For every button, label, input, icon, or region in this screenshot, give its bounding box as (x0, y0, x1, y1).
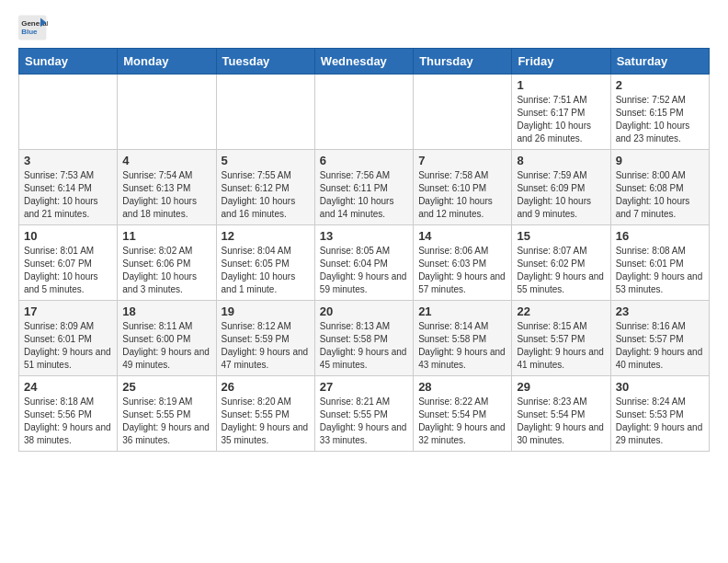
calendar-table: SundayMondayTuesdayWednesdayThursdayFrid… (18, 48, 710, 452)
calendar-cell: 1Sunrise: 7:51 AM Sunset: 6:17 PM Daylig… (512, 75, 610, 150)
calendar-week-row: 24Sunrise: 8:18 AM Sunset: 5:56 PM Dayli… (19, 376, 710, 452)
day-info: Sunrise: 8:24 AM Sunset: 5:53 PM Dayligh… (616, 396, 704, 447)
day-number: 28 (418, 380, 506, 394)
calendar-cell: 10Sunrise: 8:01 AM Sunset: 6:07 PM Dayli… (19, 225, 118, 301)
day-number: 19 (222, 304, 310, 318)
calendar-cell (314, 75, 413, 150)
calendar-cell: 15Sunrise: 8:07 AM Sunset: 6:02 PM Dayli… (512, 225, 610, 301)
day-number: 17 (24, 304, 112, 318)
day-info: Sunrise: 8:08 AM Sunset: 6:01 PM Dayligh… (616, 245, 704, 296)
day-info: Sunrise: 8:22 AM Sunset: 5:54 PM Dayligh… (418, 396, 506, 447)
weekday-header: Sunday (19, 49, 118, 75)
day-info: Sunrise: 8:19 AM Sunset: 5:55 PM Dayligh… (122, 396, 210, 447)
day-info: Sunrise: 8:02 AM Sunset: 6:06 PM Dayligh… (122, 245, 210, 296)
calendar-cell: 21Sunrise: 8:14 AM Sunset: 5:58 PM Dayli… (414, 301, 512, 376)
day-number: 26 (222, 380, 310, 394)
day-number: 6 (320, 154, 408, 167)
day-info: Sunrise: 7:53 AM Sunset: 6:14 PM Dayligh… (24, 169, 112, 221)
day-info: Sunrise: 8:04 AM Sunset: 6:05 PM Dayligh… (222, 245, 310, 296)
day-info: Sunrise: 8:06 AM Sunset: 6:03 PM Dayligh… (418, 245, 506, 296)
day-number: 14 (418, 229, 506, 243)
day-number: 22 (517, 304, 605, 318)
day-number: 18 (122, 304, 210, 318)
calendar-week-row: 10Sunrise: 8:01 AM Sunset: 6:07 PM Dayli… (19, 225, 710, 301)
calendar-cell: 9Sunrise: 8:00 AM Sunset: 6:08 PM Daylig… (610, 150, 709, 225)
calendar-cell: 11Sunrise: 8:02 AM Sunset: 6:06 PM Dayli… (118, 225, 216, 301)
calendar-cell: 30Sunrise: 8:24 AM Sunset: 5:53 PM Dayli… (610, 376, 709, 452)
weekday-header: Friday (512, 49, 610, 75)
day-info: Sunrise: 8:12 AM Sunset: 5:59 PM Dayligh… (222, 320, 310, 372)
calendar-cell: 17Sunrise: 8:09 AM Sunset: 6:01 PM Dayli… (19, 301, 118, 376)
calendar-cell: 19Sunrise: 8:12 AM Sunset: 5:59 PM Dayli… (216, 301, 314, 376)
calendar-cell: 12Sunrise: 8:04 AM Sunset: 6:05 PM Dayli… (216, 225, 314, 301)
day-number: 21 (418, 304, 506, 318)
calendar-cell: 8Sunrise: 7:59 AM Sunset: 6:09 PM Daylig… (512, 150, 610, 225)
calendar-cell: 28Sunrise: 8:22 AM Sunset: 5:54 PM Dayli… (414, 376, 512, 452)
calendar-cell: 7Sunrise: 7:58 AM Sunset: 6:10 PM Daylig… (414, 150, 512, 225)
calendar-cell (19, 75, 118, 150)
day-info: Sunrise: 7:54 AM Sunset: 6:13 PM Dayligh… (122, 169, 210, 221)
calendar-cell: 6Sunrise: 7:56 AM Sunset: 6:11 PM Daylig… (314, 150, 413, 225)
day-number: 12 (222, 229, 310, 243)
day-number: 24 (24, 380, 112, 394)
calendar-week-row: 17Sunrise: 8:09 AM Sunset: 6:01 PM Dayli… (19, 301, 710, 376)
day-number: 30 (616, 380, 704, 394)
day-number: 15 (517, 229, 605, 243)
day-number: 2 (616, 78, 704, 92)
header: General Blue (18, 15, 710, 40)
day-info: Sunrise: 7:59 AM Sunset: 6:09 PM Dayligh… (517, 169, 605, 221)
day-info: Sunrise: 8:11 AM Sunset: 6:00 PM Dayligh… (122, 320, 210, 372)
calendar-cell: 14Sunrise: 8:06 AM Sunset: 6:03 PM Dayli… (414, 225, 512, 301)
day-number: 11 (122, 229, 210, 243)
calendar-cell (118, 75, 216, 150)
weekday-header: Monday (118, 49, 216, 75)
weekday-header: Tuesday (216, 49, 314, 75)
calendar-cell: 26Sunrise: 8:20 AM Sunset: 5:55 PM Dayli… (216, 376, 314, 452)
calendar-cell: 25Sunrise: 8:19 AM Sunset: 5:55 PM Dayli… (118, 376, 216, 452)
calendar-week-row: 1Sunrise: 7:51 AM Sunset: 6:17 PM Daylig… (19, 75, 710, 150)
day-info: Sunrise: 8:16 AM Sunset: 5:57 PM Dayligh… (616, 320, 704, 372)
calendar-cell: 23Sunrise: 8:16 AM Sunset: 5:57 PM Dayli… (610, 301, 709, 376)
day-number: 5 (222, 154, 310, 167)
day-info: Sunrise: 7:52 AM Sunset: 6:15 PM Dayligh… (616, 94, 704, 145)
day-info: Sunrise: 8:05 AM Sunset: 6:04 PM Dayligh… (320, 245, 408, 296)
weekday-header: Saturday (610, 49, 709, 75)
svg-text:Blue: Blue (21, 28, 38, 36)
calendar-cell (216, 75, 314, 150)
calendar-cell: 27Sunrise: 8:21 AM Sunset: 5:55 PM Dayli… (314, 376, 413, 452)
weekday-header: Thursday (414, 49, 512, 75)
day-number: 13 (320, 229, 408, 243)
calendar-cell: 4Sunrise: 7:54 AM Sunset: 6:13 PM Daylig… (118, 150, 216, 225)
day-info: Sunrise: 7:56 AM Sunset: 6:11 PM Dayligh… (320, 169, 408, 221)
day-number: 1 (517, 78, 605, 92)
calendar-cell: 22Sunrise: 8:15 AM Sunset: 5:57 PM Dayli… (512, 301, 610, 376)
day-info: Sunrise: 8:18 AM Sunset: 5:56 PM Dayligh… (24, 396, 112, 447)
calendar-cell: 16Sunrise: 8:08 AM Sunset: 6:01 PM Dayli… (610, 225, 709, 301)
day-number: 10 (24, 229, 112, 243)
day-number: 7 (418, 154, 506, 167)
day-info: Sunrise: 8:07 AM Sunset: 6:02 PM Dayligh… (517, 245, 605, 296)
calendar-cell: 24Sunrise: 8:18 AM Sunset: 5:56 PM Dayli… (19, 376, 118, 452)
day-info: Sunrise: 8:00 AM Sunset: 6:08 PM Dayligh… (616, 169, 704, 221)
calendar-cell: 29Sunrise: 8:23 AM Sunset: 5:54 PM Dayli… (512, 376, 610, 452)
day-number: 25 (122, 380, 210, 394)
day-number: 16 (616, 229, 704, 243)
day-number: 4 (122, 154, 210, 167)
day-number: 27 (320, 380, 408, 394)
day-info: Sunrise: 8:09 AM Sunset: 6:01 PM Dayligh… (24, 320, 112, 372)
logo: General Blue (18, 15, 50, 40)
day-info: Sunrise: 8:23 AM Sunset: 5:54 PM Dayligh… (517, 396, 605, 447)
day-number: 9 (616, 154, 704, 167)
calendar-cell: 3Sunrise: 7:53 AM Sunset: 6:14 PM Daylig… (19, 150, 118, 225)
calendar-week-row: 3Sunrise: 7:53 AM Sunset: 6:14 PM Daylig… (19, 150, 710, 225)
calendar-cell: 5Sunrise: 7:55 AM Sunset: 6:12 PM Daylig… (216, 150, 314, 225)
calendar-cell: 18Sunrise: 8:11 AM Sunset: 6:00 PM Dayli… (118, 301, 216, 376)
day-info: Sunrise: 8:21 AM Sunset: 5:55 PM Dayligh… (320, 396, 408, 447)
calendar-header-row: SundayMondayTuesdayWednesdayThursdayFrid… (19, 49, 710, 75)
weekday-header: Wednesday (314, 49, 413, 75)
day-info: Sunrise: 8:14 AM Sunset: 5:58 PM Dayligh… (418, 320, 506, 372)
day-number: 8 (517, 154, 605, 167)
day-info: Sunrise: 8:15 AM Sunset: 5:57 PM Dayligh… (517, 320, 605, 372)
calendar-cell (414, 75, 512, 150)
day-info: Sunrise: 8:01 AM Sunset: 6:07 PM Dayligh… (24, 245, 112, 296)
